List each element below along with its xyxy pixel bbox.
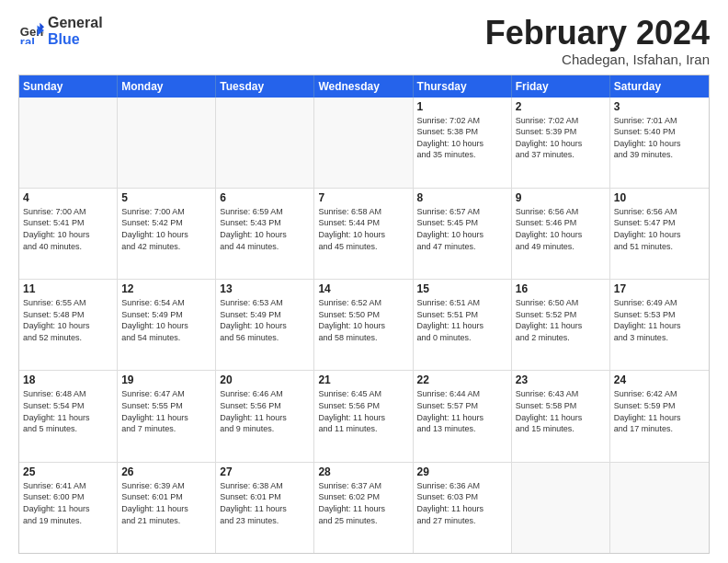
day-info: Sunrise: 6:49 AM Sunset: 5:53 PM Dayligh… bbox=[614, 297, 705, 343]
day-info: Sunrise: 6:51 AM Sunset: 5:51 PM Dayligh… bbox=[417, 297, 507, 343]
calendar-header-day: Sunday bbox=[19, 75, 118, 98]
calendar-cell bbox=[216, 98, 314, 188]
day-info: Sunrise: 6:36 AM Sunset: 6:03 PM Dayligh… bbox=[417, 480, 507, 526]
calendar-cell: 21Sunrise: 6:45 AM Sunset: 5:56 PM Dayli… bbox=[314, 371, 413, 461]
logo-text: General Blue bbox=[48, 15, 103, 47]
day-info: Sunrise: 7:02 AM Sunset: 5:39 PM Dayligh… bbox=[516, 115, 606, 161]
calendar-cell: 1Sunrise: 7:02 AM Sunset: 5:38 PM Daylig… bbox=[414, 98, 512, 188]
day-number: 26 bbox=[121, 465, 211, 478]
calendar-cell: 5Sunrise: 7:00 AM Sunset: 5:42 PM Daylig… bbox=[118, 189, 216, 279]
day-number: 19 bbox=[121, 373, 211, 386]
day-number: 24 bbox=[614, 373, 705, 386]
day-number: 13 bbox=[220, 282, 310, 295]
calendar-cell: 14Sunrise: 6:52 AM Sunset: 5:50 PM Dayli… bbox=[314, 280, 413, 370]
calendar-cell: 20Sunrise: 6:46 AM Sunset: 5:56 PM Dayli… bbox=[216, 371, 314, 461]
day-number: 12 bbox=[121, 282, 211, 295]
calendar-cell: 18Sunrise: 6:48 AM Sunset: 5:54 PM Dayli… bbox=[19, 371, 118, 461]
calendar-header-day: Saturday bbox=[610, 75, 709, 98]
day-info: Sunrise: 6:54 AM Sunset: 5:49 PM Dayligh… bbox=[121, 297, 211, 343]
calendar-header-day: Monday bbox=[118, 75, 216, 98]
calendar-row: 4Sunrise: 7:00 AM Sunset: 5:41 PM Daylig… bbox=[19, 188, 709, 279]
calendar-row: 1Sunrise: 7:02 AM Sunset: 5:38 PM Daylig… bbox=[19, 98, 709, 188]
day-info: Sunrise: 6:39 AM Sunset: 6:01 PM Dayligh… bbox=[121, 480, 211, 526]
day-number: 5 bbox=[121, 191, 211, 204]
calendar-body: 1Sunrise: 7:02 AM Sunset: 5:38 PM Daylig… bbox=[19, 98, 709, 553]
calendar-cell: 22Sunrise: 6:44 AM Sunset: 5:57 PM Dayli… bbox=[414, 371, 512, 461]
day-number: 17 bbox=[614, 282, 705, 295]
day-number: 29 bbox=[417, 465, 507, 478]
calendar-cell: 16Sunrise: 6:50 AM Sunset: 5:52 PM Dayli… bbox=[512, 280, 610, 370]
calendar: SundayMondayTuesdayWednesdayThursdayFrid… bbox=[18, 75, 710, 554]
day-info: Sunrise: 6:37 AM Sunset: 6:02 PM Dayligh… bbox=[318, 480, 408, 526]
day-number: 1 bbox=[417, 100, 507, 113]
calendar-header-day: Wednesday bbox=[314, 75, 413, 98]
day-number: 21 bbox=[318, 373, 408, 386]
day-info: Sunrise: 6:55 AM Sunset: 5:48 PM Dayligh… bbox=[23, 297, 113, 343]
calendar-header: SundayMondayTuesdayWednesdayThursdayFrid… bbox=[19, 75, 709, 98]
day-number: 16 bbox=[516, 282, 606, 295]
day-info: Sunrise: 6:42 AM Sunset: 5:59 PM Dayligh… bbox=[614, 388, 705, 434]
day-number: 8 bbox=[417, 191, 507, 204]
day-info: Sunrise: 7:01 AM Sunset: 5:40 PM Dayligh… bbox=[614, 115, 705, 161]
calendar-cell: 28Sunrise: 6:37 AM Sunset: 6:02 PM Dayli… bbox=[314, 463, 413, 553]
day-number: 20 bbox=[220, 373, 310, 386]
day-number: 7 bbox=[318, 191, 408, 204]
day-info: Sunrise: 6:41 AM Sunset: 6:00 PM Dayligh… bbox=[23, 480, 113, 526]
calendar-row: 25Sunrise: 6:41 AM Sunset: 6:00 PM Dayli… bbox=[19, 462, 709, 553]
day-number: 14 bbox=[318, 282, 408, 295]
calendar-cell: 27Sunrise: 6:38 AM Sunset: 6:01 PM Dayli… bbox=[216, 463, 314, 553]
logo: Gene ral General Blue bbox=[18, 15, 103, 47]
calendar-cell: 4Sunrise: 7:00 AM Sunset: 5:41 PM Daylig… bbox=[19, 189, 118, 279]
day-info: Sunrise: 6:48 AM Sunset: 5:54 PM Dayligh… bbox=[23, 388, 113, 434]
day-info: Sunrise: 6:53 AM Sunset: 5:49 PM Dayligh… bbox=[220, 297, 310, 343]
calendar-cell: 12Sunrise: 6:54 AM Sunset: 5:49 PM Dayli… bbox=[118, 280, 216, 370]
day-number: 18 bbox=[23, 373, 113, 386]
day-info: Sunrise: 7:02 AM Sunset: 5:38 PM Dayligh… bbox=[417, 115, 507, 161]
calendar-cell bbox=[512, 463, 610, 553]
calendar-cell: 17Sunrise: 6:49 AM Sunset: 5:53 PM Dayli… bbox=[610, 280, 709, 370]
day-number: 6 bbox=[220, 191, 310, 204]
calendar-header-day: Tuesday bbox=[216, 75, 314, 98]
day-info: Sunrise: 7:00 AM Sunset: 5:42 PM Dayligh… bbox=[121, 206, 211, 252]
day-info: Sunrise: 6:59 AM Sunset: 5:43 PM Dayligh… bbox=[220, 206, 310, 252]
subtitle: Chadegan, Isfahan, Iran bbox=[485, 52, 710, 67]
title-area: February 2024 Chadegan, Isfahan, Iran bbox=[485, 15, 710, 67]
month-title: February 2024 bbox=[485, 15, 710, 52]
calendar-cell: 26Sunrise: 6:39 AM Sunset: 6:01 PM Dayli… bbox=[118, 463, 216, 553]
day-info: Sunrise: 6:44 AM Sunset: 5:57 PM Dayligh… bbox=[417, 388, 507, 434]
day-number: 3 bbox=[614, 100, 705, 113]
day-info: Sunrise: 6:58 AM Sunset: 5:44 PM Dayligh… bbox=[318, 206, 408, 252]
calendar-cell: 29Sunrise: 6:36 AM Sunset: 6:03 PM Dayli… bbox=[414, 463, 512, 553]
calendar-cell: 2Sunrise: 7:02 AM Sunset: 5:39 PM Daylig… bbox=[512, 98, 610, 188]
day-info: Sunrise: 6:56 AM Sunset: 5:47 PM Dayligh… bbox=[614, 206, 705, 252]
calendar-cell: 9Sunrise: 6:56 AM Sunset: 5:46 PM Daylig… bbox=[512, 189, 610, 279]
day-number: 15 bbox=[417, 282, 507, 295]
calendar-cell: 24Sunrise: 6:42 AM Sunset: 5:59 PM Dayli… bbox=[610, 371, 709, 461]
calendar-cell: 7Sunrise: 6:58 AM Sunset: 5:44 PM Daylig… bbox=[314, 189, 413, 279]
calendar-cell: 19Sunrise: 6:47 AM Sunset: 5:55 PM Dayli… bbox=[118, 371, 216, 461]
day-info: Sunrise: 6:50 AM Sunset: 5:52 PM Dayligh… bbox=[516, 297, 606, 343]
day-number: 2 bbox=[516, 100, 606, 113]
page: Gene ral General Blue February 2024 Chad… bbox=[0, 0, 728, 563]
day-info: Sunrise: 6:43 AM Sunset: 5:58 PM Dayligh… bbox=[516, 388, 606, 434]
day-number: 4 bbox=[23, 191, 113, 204]
calendar-cell: 13Sunrise: 6:53 AM Sunset: 5:49 PM Dayli… bbox=[216, 280, 314, 370]
calendar-cell bbox=[19, 98, 118, 188]
calendar-cell bbox=[610, 463, 709, 553]
day-info: Sunrise: 7:00 AM Sunset: 5:41 PM Dayligh… bbox=[23, 206, 113, 252]
calendar-row: 18Sunrise: 6:48 AM Sunset: 5:54 PM Dayli… bbox=[19, 370, 709, 461]
calendar-cell: 15Sunrise: 6:51 AM Sunset: 5:51 PM Dayli… bbox=[414, 280, 512, 370]
day-number: 25 bbox=[23, 465, 113, 478]
day-number: 23 bbox=[516, 373, 606, 386]
header: Gene ral General Blue February 2024 Chad… bbox=[18, 15, 710, 67]
day-info: Sunrise: 6:38 AM Sunset: 6:01 PM Dayligh… bbox=[220, 480, 310, 526]
logo-icon: Gene ral bbox=[18, 18, 44, 44]
calendar-header-day: Thursday bbox=[414, 75, 512, 98]
day-info: Sunrise: 6:56 AM Sunset: 5:46 PM Dayligh… bbox=[516, 206, 606, 252]
day-info: Sunrise: 6:47 AM Sunset: 5:55 PM Dayligh… bbox=[121, 388, 211, 434]
calendar-cell: 11Sunrise: 6:55 AM Sunset: 5:48 PM Dayli… bbox=[19, 280, 118, 370]
svg-text:ral: ral bbox=[20, 34, 35, 43]
day-number: 11 bbox=[23, 282, 113, 295]
day-number: 10 bbox=[614, 191, 705, 204]
calendar-cell: 8Sunrise: 6:57 AM Sunset: 5:45 PM Daylig… bbox=[414, 189, 512, 279]
